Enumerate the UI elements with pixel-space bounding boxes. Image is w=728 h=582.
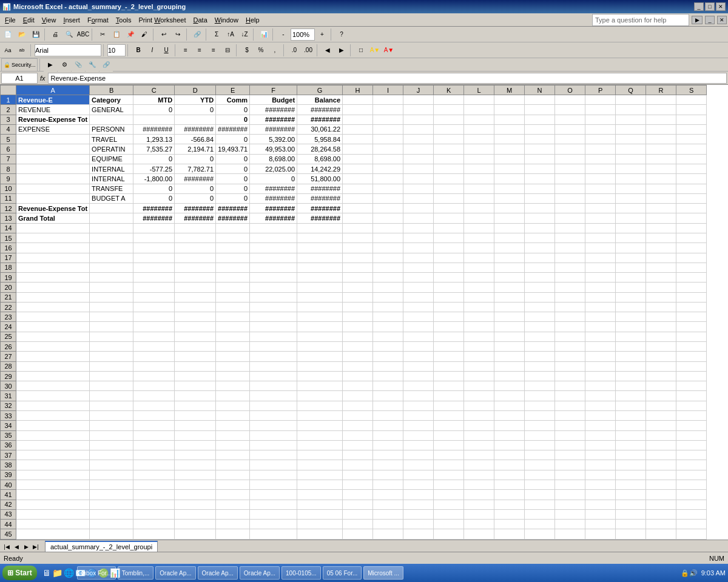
spreadsheet-cell[interactable] [616, 361, 646, 371]
spreadsheet-cell[interactable] [250, 292, 297, 302]
spreadsheet-cell[interactable] [525, 213, 555, 223]
spreadsheet-cell[interactable] [464, 352, 494, 361]
spreadsheet-cell[interactable] [494, 500, 525, 509]
spreadsheet-cell[interactable] [175, 233, 216, 242]
cell-reference-box[interactable]: A1 [1, 73, 38, 84]
spreadsheet-cell[interactable] [555, 292, 585, 302]
spreadsheet-cell[interactable] [616, 233, 646, 242]
spreadsheet-cell[interactable] [494, 95, 525, 105]
help-button[interactable]: ? [335, 28, 348, 41]
spreadsheet-cell[interactable] [216, 312, 250, 322]
spreadsheet-cell[interactable] [90, 401, 133, 410]
spreadsheet-cell[interactable] [216, 243, 250, 253]
spreadsheet-cell[interactable] [403, 164, 434, 173]
spreadsheet-cell[interactable] [90, 115, 133, 124]
spreadsheet-cell[interactable] [403, 105, 434, 115]
spreadsheet-cell[interactable] [585, 213, 616, 223]
spreadsheet-cell[interactable]: ######## [297, 115, 343, 124]
spreadsheet-cell[interactable] [525, 520, 555, 529]
spreadsheet-cell[interactable] [175, 401, 216, 410]
spreadsheet-cell[interactable] [585, 164, 616, 173]
spreadsheet-cell[interactable] [464, 361, 494, 371]
spreadsheet-cell[interactable] [616, 490, 646, 500]
spreadsheet-cell[interactable] [216, 263, 250, 272]
spreadsheet-cell[interactable] [373, 520, 403, 529]
spreadsheet-cell[interactable] [434, 144, 464, 154]
spreadsheet-cell[interactable] [525, 371, 555, 381]
spreadsheet-cell[interactable] [373, 292, 403, 302]
spreadsheet-cell[interactable] [216, 490, 250, 500]
row-header-25[interactable]: 25 [1, 332, 16, 341]
spreadsheet-cell[interactable]: 8,698.00 [297, 154, 343, 164]
row-header-17[interactable]: 17 [1, 253, 16, 263]
spreadsheet-cell[interactable] [464, 332, 494, 341]
spreadsheet-cell[interactable] [646, 381, 676, 391]
spreadsheet-cell[interactable] [585, 292, 616, 302]
spreadsheet-cell[interactable] [585, 342, 616, 352]
spreadsheet-cell[interactable] [585, 243, 616, 253]
spreadsheet-cell[interactable] [216, 430, 250, 440]
spreadsheet-cell[interactable] [464, 204, 494, 213]
spreadsheet-cell[interactable] [133, 411, 175, 421]
spreadsheet-cell[interactable] [175, 470, 216, 480]
spreadsheet-cell[interactable] [343, 184, 373, 193]
spreadsheet-cell[interactable] [373, 193, 403, 203]
taskbar-100[interactable]: 100-0105... [281, 566, 321, 580]
spreadsheet-cell[interactable] [616, 411, 646, 421]
spreadsheet-cell[interactable] [555, 233, 585, 242]
spreadsheet-cell[interactable] [616, 124, 646, 134]
spreadsheet-cell[interactable]: TRAVEL [90, 135, 133, 144]
spreadsheet-cell[interactable] [494, 381, 525, 391]
spreadsheet-cell[interactable] [646, 223, 676, 233]
row-header-2[interactable]: 2 [1, 105, 16, 115]
spreadsheet-cell[interactable] [16, 164, 90, 173]
spreadsheet-cell[interactable] [676, 529, 707, 540]
spreadsheet-cell[interactable] [676, 193, 707, 203]
spreadsheet-cell[interactable] [494, 490, 525, 500]
spreadsheet-cell[interactable] [676, 283, 707, 292]
spreadsheet-cell[interactable] [16, 411, 90, 421]
spreadsheet-cell[interactable] [373, 263, 403, 272]
security-button[interactable]: 🔒 Security... [1, 58, 38, 72]
spreadsheet-cell[interactable] [585, 450, 616, 460]
spreadsheet-cell[interactable] [616, 253, 646, 263]
spreadsheet-cell[interactable] [297, 411, 343, 421]
spreadsheet-cell[interactable] [297, 490, 343, 500]
window-close-button[interactable]: ✕ [717, 16, 727, 24]
spreadsheet-cell[interactable] [216, 411, 250, 421]
spreadsheet-cell[interactable] [133, 401, 175, 410]
spreadsheet-cell[interactable] [16, 371, 90, 381]
spreadsheet-cell[interactable] [585, 124, 616, 134]
spreadsheet-cell[interactable] [250, 391, 297, 401]
spreadsheet-cell[interactable] [373, 500, 403, 509]
spreadsheet-cell[interactable]: ######## [133, 213, 175, 223]
spreadsheet-cell[interactable] [90, 213, 133, 223]
spreadsheet-cell[interactable] [676, 371, 707, 381]
spreadsheet-cell[interactable] [175, 115, 216, 124]
spreadsheet-cell[interactable] [434, 520, 464, 529]
spreadsheet-cell[interactable] [343, 440, 373, 450]
spreadsheet-cell[interactable] [525, 401, 555, 410]
spreadsheet-cell[interactable] [525, 292, 555, 302]
row-header-36[interactable]: 36 [1, 440, 16, 450]
spreadsheet-cell[interactable] [343, 401, 373, 410]
taskbar-0506[interactable]: 05 06 For... [323, 566, 362, 580]
spreadsheet-cell[interactable] [175, 273, 216, 283]
taskbar-oracle3[interactable]: Oracle Ap... [240, 566, 280, 580]
spreadsheet-cell[interactable] [555, 342, 585, 352]
row-header-9[interactable]: 9 [1, 174, 16, 184]
spreadsheet-cell[interactable] [616, 509, 646, 519]
spreadsheet-cell[interactable] [133, 490, 175, 500]
spreadsheet-cell[interactable] [434, 105, 464, 115]
spreadsheet-cell[interactable] [373, 223, 403, 233]
sort-desc-button[interactable]: ↓Z [238, 28, 251, 41]
spreadsheet-cell[interactable] [646, 342, 676, 352]
spreadsheet-cell[interactable] [555, 154, 585, 164]
spreadsheet-cell[interactable] [90, 243, 133, 253]
spreadsheet-cell[interactable] [250, 302, 297, 312]
spreadsheet-cell[interactable] [646, 124, 676, 134]
row-header-1[interactable]: 1 [1, 95, 16, 105]
spreadsheet-cell[interactable] [175, 361, 216, 371]
spreadsheet-cell[interactable] [250, 440, 297, 450]
spreadsheet-cell[interactable] [464, 509, 494, 519]
